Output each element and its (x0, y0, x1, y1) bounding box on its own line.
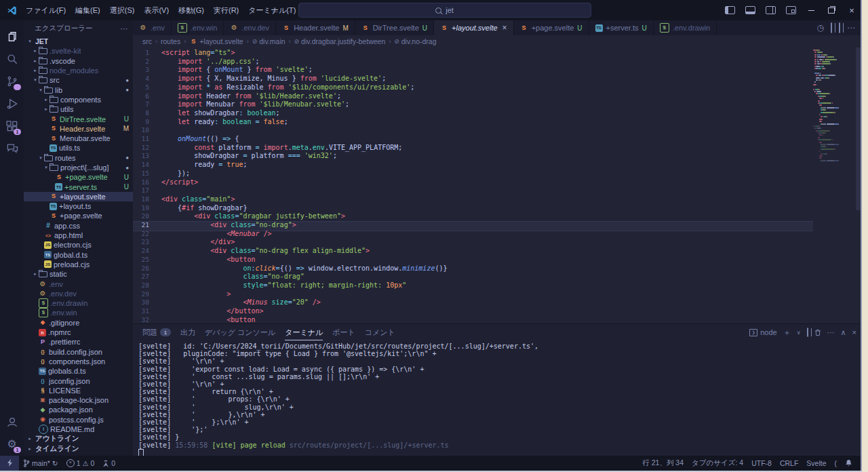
tree-item[interactable]: ◆.gitignore (24, 318, 133, 328)
problems-status[interactable]: ×1⚠0 (62, 456, 99, 471)
tree-item[interactable]: S+page.svelte (24, 211, 133, 220)
editor-tab[interactable]: $.env.drawin (654, 20, 717, 35)
tree-item[interactable]: TS+layout.ts (24, 201, 133, 211)
extensions-icon[interactable]: 1 (0, 115, 24, 137)
menu-選択(S)[interactable]: 選択(S) (105, 0, 140, 20)
tree-item[interactable]: SMenubar.svelte (24, 134, 133, 143)
tree-item[interactable]: #app.css (24, 221, 133, 231)
nav-forward-icon[interactable]: → (285, 5, 294, 16)
tree-item[interactable]: S+layout.svelte (24, 192, 133, 201)
tree-item[interactable]: {}jsconfig.json (24, 376, 133, 385)
tree-item[interactable]: P.prettierrc (24, 337, 133, 347)
breadcrumb-item[interactable]: routes (161, 37, 180, 45)
tree-item[interactable]: ▸node_modules (24, 66, 133, 75)
split-terminal-icon[interactable] (807, 328, 808, 336)
tree-item[interactable]: {}components.json (24, 357, 133, 366)
tree-root[interactable]: ▾JET (24, 37, 133, 46)
language-status-icon[interactable]: ( (831, 456, 842, 471)
comments-icon[interactable] (0, 138, 24, 159)
tree-item[interactable]: $.env.win (24, 308, 133, 317)
restore-button[interactable] (821, 0, 842, 20)
terminal-output[interactable]: [svelte] id: 'C:/Users/2024_torii/Docume… (133, 340, 862, 456)
breadcrumb-item[interactable]: ⊘div.main (252, 37, 285, 45)
tree-item[interactable]: §LICENSE (24, 386, 133, 395)
tree-item[interactable]: ⚙.env.dev (24, 289, 133, 298)
tree-item[interactable]: JSpreload.cjs (24, 260, 133, 269)
editor-tab[interactable]: S+page.svelteU (514, 20, 589, 35)
search-icon[interactable] (0, 48, 24, 70)
panel-tab-コメント[interactable]: コメント (365, 324, 395, 340)
tree-item[interactable]: $.env.drawin (24, 298, 133, 308)
kill-terminal-icon[interactable] (814, 329, 821, 336)
notifications-bell-icon[interactable] (841, 456, 856, 471)
ports-status[interactable]: 0 (98, 456, 119, 471)
tree-item[interactable]: SDirTree.svelteU (24, 114, 133, 123)
tree-item[interactable]: S+page.svelteU (24, 172, 133, 182)
tree-item[interactable]: {}build.config.json (24, 347, 133, 357)
split-editor-icon[interactable] (839, 23, 840, 33)
tree-item[interactable]: ◉postcss.config.js (24, 415, 133, 425)
layout-sidebar-left-icon[interactable] (719, 0, 740, 20)
account-icon[interactable] (0, 411, 24, 433)
editor-tab[interactable]: S+layout.svelte× (434, 20, 514, 35)
breadcrumb-item[interactable]: S+layout.svelte (189, 37, 243, 45)
editor-tab[interactable]: ⚙.env.dev (224, 20, 276, 35)
layout-panel-icon[interactable] (740, 0, 760, 20)
status-language-mode[interactable]: Svelte (802, 456, 830, 471)
settings-icon[interactable]: ⚙1 (0, 433, 24, 455)
maximize-panel-icon[interactable]: ∧ (841, 328, 846, 337)
terminal-instance[interactable]: ❯ node (749, 328, 776, 336)
source-control-icon[interactable] (0, 71, 24, 92)
menu-実行(R)[interactable]: 実行(R) (209, 0, 243, 20)
layout-sidebar-right-icon[interactable] (760, 0, 781, 20)
editor-tab[interactable]: SDirTree.svelteU (355, 20, 434, 35)
tree-item[interactable]: TS+server.tsU (24, 182, 133, 191)
sidebar-section-アウトライン[interactable]: ▸アウトライン (24, 434, 133, 444)
nav-back-icon[interactable]: ← (271, 5, 280, 16)
minimap[interactable] (813, 50, 855, 162)
tree-item[interactable]: JSelectron.cjs (24, 240, 133, 250)
tree-item[interactable]: ▸components (24, 95, 133, 104)
tree-item[interactable]: ▾project\[...slug]● (24, 163, 133, 172)
menu-移動(G)[interactable]: 移動(G) (174, 0, 209, 20)
tree-item[interactable]: ▸.svelte-kit (24, 46, 133, 56)
panel-tab-ポート[interactable]: ポート (332, 324, 355, 340)
tree-item[interactable]: ▸static (24, 269, 133, 279)
sidebar-section-タイムライン[interactable]: ▸タイムライン (24, 444, 133, 453)
minimize-button[interactable] (801, 0, 821, 20)
tree-item[interactable]: ▣package-lock.json (24, 395, 133, 405)
tree-item[interactable]: n.npmrc (24, 328, 133, 337)
tree-item[interactable]: ◆package.json (24, 405, 133, 414)
breadcrumb-item[interactable]: src (142, 37, 152, 45)
breadcrumb-item[interactable]: ⊘div.no-drag (394, 37, 436, 45)
new-terminal-icon[interactable]: ＋ (783, 328, 791, 338)
close-panel-icon[interactable]: × (852, 328, 856, 336)
tree-item[interactable]: ▾lib● (24, 85, 133, 94)
menu-表示(V)[interactable]: 表示(V) (139, 0, 174, 20)
tree-item[interactable]: TSutils.ts (24, 143, 133, 153)
close-button[interactable]: × (842, 0, 862, 20)
search-input[interactable]: jet (298, 3, 591, 18)
status-cursor-position[interactable]: 行 21、列 34 (638, 456, 688, 471)
panel-tab-出力[interactable]: 出力 (180, 324, 195, 340)
tree-item[interactable]: iREADME.md (24, 425, 133, 434)
panel-tab-デバッグ コンソール[interactable]: デバッグ コンソール (205, 324, 275, 340)
editor-tab[interactable]: ⚙.env (133, 20, 172, 35)
remote-indicator-icon[interactable] (0, 456, 19, 471)
terminal-dropdown-icon[interactable]: ∨ (797, 330, 801, 336)
close-icon[interactable]: × (502, 23, 507, 33)
tree-item[interactable]: ⚙.env (24, 279, 133, 288)
breadcrumb-item[interactable]: ⊘div.dragbar.justify-between (294, 37, 386, 45)
tree-item[interactable]: ▾routes● (24, 153, 133, 163)
breadcrumb[interactable]: src›routes›S+layout.svelte›⊘div.main›⊘di… (133, 35, 862, 47)
layout-customize-icon[interactable] (781, 0, 801, 20)
code-editor[interactable]: 1234567891011121314151617181920212223242… (133, 47, 862, 323)
tree-item[interactable]: ▸.vscode (24, 56, 133, 66)
more-actions-icon[interactable]: ⋯ (847, 23, 855, 33)
split-editor-alt-icon[interactable] (831, 23, 832, 33)
editor-tab[interactable]: SHeader.svelteM (276, 20, 355, 35)
more-actions-icon[interactable]: ⋯ (121, 24, 128, 33)
status-eol[interactable]: CRLF (776, 456, 802, 471)
git-branch-status[interactable]: main*↻ (19, 456, 62, 471)
status-encoding[interactable]: UTF-8 (747, 456, 776, 471)
